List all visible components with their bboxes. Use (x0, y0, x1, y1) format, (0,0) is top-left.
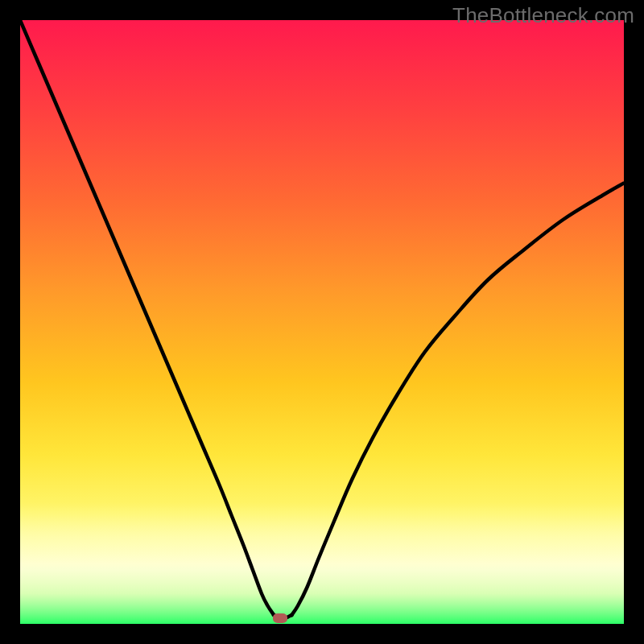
watermark-text: TheBottleneck.com (452, 3, 634, 28)
chart-frame: TheBottleneck.com (0, 0, 644, 644)
curve-path (20, 20, 624, 618)
plot-area (20, 20, 624, 624)
bottleneck-curve (20, 20, 624, 624)
optimal-marker (273, 613, 287, 623)
